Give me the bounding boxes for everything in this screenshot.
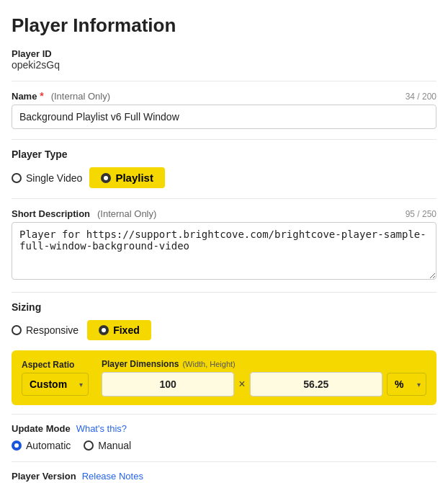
short-description-input[interactable]: Player for https://support.brightcove.co… (12, 222, 436, 280)
x-separator: × (238, 378, 245, 391)
sizing-label: Sizing (12, 301, 436, 313)
single-video-label: Single Video (26, 172, 82, 184)
aspect-ratio-group: Aspect Ratio Custom 16:9 4:3 1:1 ▾ (22, 360, 89, 396)
name-label-row: Name * (Internal Only) 34 / 200 (12, 90, 436, 102)
short-desc-label: Short Description (Internal Only) (12, 208, 156, 219)
responsive-option[interactable]: Responsive (12, 324, 79, 336)
height-input[interactable] (250, 372, 382, 396)
player-id-label: Player ID (12, 48, 436, 59)
short-desc-label-row: Short Description (Internal Only) 95 / 2… (12, 208, 436, 219)
sizing-section: Sizing Responsive Fixed (12, 301, 436, 340)
player-type-options: Single Video Playlist (12, 167, 436, 188)
divider-6 (12, 461, 436, 462)
page-title: Player Information (12, 14, 436, 37)
unit-select-wrapper: % px ▾ (387, 373, 426, 396)
aspect-ratio-select[interactable]: Custom 16:9 4:3 1:1 (22, 373, 89, 396)
release-notes-link[interactable]: Release Notes (82, 471, 143, 482)
short-description-group: Short Description (Internal Only) 95 / 2… (12, 208, 436, 282)
name-char-count: 34 / 200 (406, 92, 436, 102)
player-type-label: Player Type (12, 149, 436, 160)
player-dimensions-group: Player Dimensions (Width, Height) × % px… (102, 359, 426, 396)
manual-label: Manual (98, 440, 131, 451)
player-version-label: Player Version (12, 471, 76, 482)
single-video-radio-dot (12, 173, 22, 183)
name-input[interactable] (12, 105, 436, 129)
unit-select[interactable]: % px (387, 373, 426, 396)
name-field-group: Name * (Internal Only) 34 / 200 (12, 90, 436, 129)
update-mode-label: Update Mode (12, 423, 71, 434)
fixed-label: Fixed (113, 324, 140, 336)
name-label: Name * (Internal Only) (12, 90, 110, 102)
player-id-value: opeki2sGq (12, 59, 436, 71)
required-asterisk: * (40, 90, 43, 102)
fixed-option[interactable]: Fixed (87, 320, 151, 340)
update-mode-section: Update Mode What's this? Automatic Manua… (12, 423, 436, 451)
short-desc-char-count: 95 / 250 (406, 209, 436, 219)
aspect-ratio-select-wrapper: Custom 16:9 4:3 1:1 ▾ (22, 373, 89, 396)
dimensions-inputs: × % px ▾ (102, 372, 426, 396)
playlist-option[interactable]: Playlist (89, 167, 165, 188)
player-dimensions-label-row: Player Dimensions (Width, Height) (102, 359, 426, 369)
playlist-label: Playlist (115, 172, 153, 184)
manual-radio-dot (84, 440, 94, 451)
width-input[interactable] (102, 372, 234, 396)
whats-this-link[interactable]: What's this? (76, 423, 127, 434)
responsive-label: Responsive (26, 324, 79, 336)
width-height-note: (Width, Height) (182, 360, 235, 368)
automatic-option[interactable]: Automatic (12, 440, 71, 451)
dimensions-section: Aspect Ratio Custom 16:9 4:3 1:1 ▾ Playe… (12, 350, 436, 405)
single-video-option[interactable]: Single Video (12, 172, 82, 184)
player-dimensions-label: Player Dimensions (102, 359, 179, 369)
automatic-radio-dot (12, 440, 22, 451)
update-mode-options: Automatic Manual (12, 440, 436, 451)
divider-4 (12, 292, 436, 293)
player-id-section: Player ID opeki2sGq (12, 48, 436, 71)
player-version-section: Player Version Release Notes Always late… (12, 471, 436, 483)
fixed-radio-dot (99, 325, 109, 335)
manual-option[interactable]: Manual (84, 440, 131, 451)
aspect-ratio-label: Aspect Ratio (22, 360, 89, 370)
update-mode-label-row: Update Mode What's this? (12, 423, 436, 434)
divider-2 (12, 139, 436, 140)
divider-3 (12, 198, 436, 199)
playlist-radio-dot (101, 173, 111, 183)
automatic-label: Automatic (26, 440, 71, 451)
sizing-options: Responsive Fixed (12, 320, 436, 340)
player-version-label-row: Player Version Release Notes (12, 471, 436, 482)
divider-1 (12, 81, 436, 81)
player-type-section: Player Type Single Video Playlist (12, 149, 436, 188)
divider-5 (12, 414, 436, 415)
responsive-radio-dot (12, 325, 22, 335)
